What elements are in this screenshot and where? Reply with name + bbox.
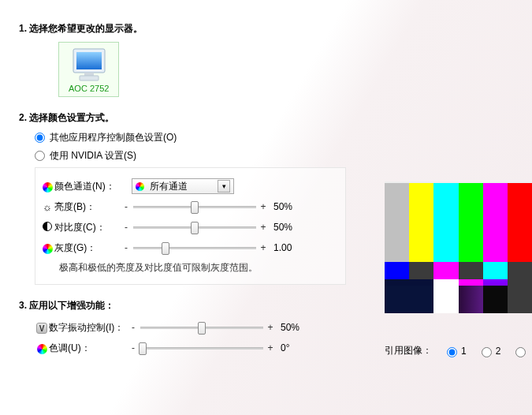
ref-radio-3[interactable] [515, 347, 526, 357]
dvc-label: 数字振动控制(I)： [49, 321, 128, 335]
ref-image-label: 引用图像： [385, 344, 432, 357]
contrast-icon [40, 222, 54, 234]
gamma-minus: - [121, 242, 132, 253]
brightness-slider[interactable] [132, 200, 258, 214]
gamma-note: 极高和极低的亮度及对比度值可限制灰度范围。 [59, 261, 337, 275]
brightness-minus: - [121, 201, 132, 212]
contrast-plus: + [258, 222, 269, 233]
ref-radio-1[interactable] [447, 347, 457, 357]
brightness-icon: ☼ [40, 201, 54, 213]
svg-rect-2 [76, 52, 102, 69]
gamma-slider[interactable] [132, 241, 258, 255]
gamma-value: 1.00 [269, 242, 303, 253]
dvc-plus: + [265, 322, 276, 333]
channel-dropdown[interactable]: 所有通道 ▾ [132, 178, 234, 194]
hue-value: 0° [276, 342, 311, 353]
svg-rect-4 [80, 76, 99, 80]
dvc-icon: V [35, 322, 49, 334]
ref-radio-2-label: 2 [496, 346, 501, 357]
ref-radio-2[interactable] [482, 347, 492, 357]
contrast-minus: - [121, 222, 132, 233]
ref-radio-3-wrap[interactable] [512, 345, 528, 357]
gamma-icon [40, 241, 54, 253]
hue-icon [35, 342, 49, 353]
gamma-label: 灰度(G)： [54, 241, 121, 255]
section2-title: 2. 选择颜色设置方式。 [19, 111, 532, 125]
radio-nvidia-label: 使用 NVIDIA 设置(S) [50, 149, 136, 163]
svg-rect-3 [84, 73, 94, 76]
hue-slider[interactable] [139, 341, 265, 355]
monitor-icon [70, 47, 108, 82]
brightness-plus: + [258, 201, 269, 212]
channel-icon [40, 180, 54, 192]
monitor-device-tile[interactable]: AOC 2752 [58, 42, 119, 97]
dvc-value: 50% [276, 322, 311, 333]
contrast-label: 对比度(C)： [54, 221, 121, 234]
chromatic-icon [136, 181, 147, 192]
color-bars-preview [385, 181, 532, 312]
radio-nvidia[interactable] [35, 151, 45, 161]
channel-label: 颜色通道(N)： [54, 180, 121, 193]
hue-minus: - [128, 342, 139, 353]
channel-selected: 所有通道 [150, 180, 214, 193]
radio-other-label: 其他应用程序控制颜色设置(O) [50, 131, 177, 144]
radio-other-apps[interactable] [35, 133, 45, 143]
ref-radio-1-wrap[interactable]: 1 [443, 345, 467, 357]
gamma-plus: + [258, 242, 269, 253]
brightness-label: 亮度(B)： [54, 200, 121, 214]
ref-radio-2-wrap[interactable]: 2 [478, 345, 501, 357]
monitor-name: AOC 2752 [69, 84, 109, 93]
dvc-minus: - [128, 322, 139, 333]
hue-label: 色调(U)： [49, 342, 128, 355]
color-settings-panel: 颜色通道(N)： 所有通道 ▾ ☼ 亮度(B)： - + 50% 对比度(C)：… [35, 167, 346, 285]
chevron-down-icon[interactable]: ▾ [218, 180, 230, 193]
hue-plus: + [265, 342, 276, 353]
ref-radio-1-label: 1 [461, 346, 467, 357]
contrast-slider[interactable] [132, 220, 258, 234]
contrast-value: 50% [269, 222, 303, 233]
section1-title: 1. 选择您希望更改的显示器。 [19, 22, 532, 36]
brightness-value: 50% [269, 201, 303, 212]
dvc-slider[interactable] [139, 320, 265, 335]
